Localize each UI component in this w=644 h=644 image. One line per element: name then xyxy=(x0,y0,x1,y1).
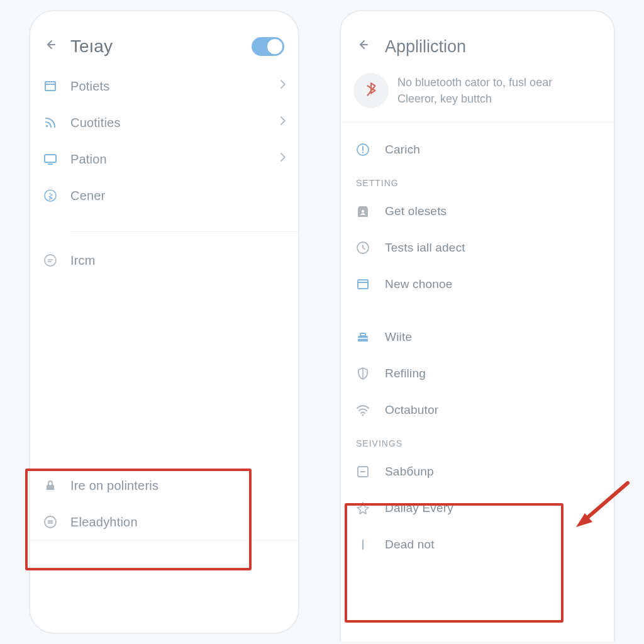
list-item-refiling[interactable]: Refiling xyxy=(341,355,614,392)
svg-point-16 xyxy=(362,210,364,213)
list-item-label: Wiite xyxy=(385,330,611,344)
compass-icon xyxy=(355,501,370,516)
list-item-label: Sabбunp xyxy=(385,465,611,479)
list-item-polinteris[interactable]: Ire on polinteris xyxy=(30,467,298,504)
list-item-carich[interactable]: Carich xyxy=(341,131,614,168)
chevron-right-icon xyxy=(270,77,296,96)
arrow-left-icon xyxy=(43,37,58,52)
phone-mock-left: Teıay Potiets Cuotities xyxy=(29,10,299,634)
list-item-label: Tests iall adect xyxy=(385,241,611,255)
bluetooth-banner: No bluetooth cator to, fusl oear Cleeror… xyxy=(341,68,614,122)
list-item-label: Get olesets xyxy=(385,204,611,218)
equal-ring-icon xyxy=(43,514,58,530)
list-item-label: Ire on polinteris xyxy=(70,479,296,493)
header-left: Teıay xyxy=(30,11,298,68)
chevron-right-icon xyxy=(270,150,296,169)
list-item-label: Refiling xyxy=(385,367,611,380)
svg-point-2 xyxy=(46,125,48,128)
list-item-get-olesets[interactable]: Get olesets xyxy=(341,193,614,230)
list-item-dead-not[interactable]: Dead not xyxy=(341,526,614,563)
back-button[interactable] xyxy=(341,37,385,56)
list-item-dallay-every[interactable]: Dallay Every xyxy=(341,490,614,526)
bluetooth-ring-icon xyxy=(43,188,58,203)
lock-icon xyxy=(43,478,58,493)
header-right: Appliliction xyxy=(341,11,614,68)
pass-ring-icon xyxy=(43,253,58,268)
list-item-ircm[interactable]: Ircm xyxy=(30,242,298,279)
list-item-label: New chonoe xyxy=(385,277,611,291)
svg-point-10 xyxy=(45,516,56,528)
bluetooth-icon xyxy=(353,73,389,108)
page-title: Appliliction xyxy=(385,37,466,57)
back-button[interactable] xyxy=(30,37,70,56)
svg-rect-18 xyxy=(358,280,368,289)
list-item-label: Dead not xyxy=(385,538,611,552)
rss-icon xyxy=(43,115,58,130)
minus-box-icon xyxy=(355,464,370,479)
list-item-label: Potiets xyxy=(70,79,270,94)
bluetooth-banner-text: No bluetooth cator to, fusl oear Cleeror… xyxy=(397,74,552,107)
chevron-right-icon xyxy=(270,113,296,132)
svg-rect-3 xyxy=(45,155,56,162)
svg-rect-0 xyxy=(45,82,55,91)
list-item-label: Cuotities xyxy=(70,116,270,130)
display-icon xyxy=(43,152,58,167)
vbar-icon xyxy=(355,537,370,552)
list-item-label: Dallay Every xyxy=(385,501,611,515)
list-item-label: Ircm xyxy=(70,253,296,268)
list-item-new-chonoe[interactable]: New chonoe xyxy=(341,266,614,303)
phone-mock-right: Appliliction No bluetooth cator to, fusl… xyxy=(340,10,615,641)
window-icon xyxy=(43,79,58,94)
list-item-cuotities[interactable]: Cuotities xyxy=(30,104,298,141)
alert-ring-icon xyxy=(355,142,370,157)
list-item-label: Pation xyxy=(70,152,270,167)
list-item-octabutor[interactable]: Octabutor xyxy=(341,392,614,428)
list-item-tests-iall[interactable]: Tests iall adect xyxy=(341,230,614,266)
list-item-eleadyhtion[interactable]: Eleadyhtion xyxy=(30,504,298,540)
list-item-label: Cener xyxy=(70,189,296,203)
list-item-potiets[interactable]: Potiets xyxy=(30,68,298,104)
list-item-pation[interactable]: Pation xyxy=(30,141,298,177)
arrow-left-icon xyxy=(355,37,370,52)
person-tag-icon xyxy=(355,204,370,219)
svg-rect-21 xyxy=(360,333,365,336)
list-item-cener[interactable]: Cener xyxy=(30,177,298,214)
svg-rect-9 xyxy=(47,485,54,490)
toolbox-icon xyxy=(355,330,370,345)
section-header-seivings: SEIVINGS xyxy=(341,428,614,453)
master-toggle[interactable] xyxy=(252,37,284,56)
list-item-label: Eleadyhtion xyxy=(70,515,296,530)
list-item-label: Carich xyxy=(385,143,611,157)
list-item-wiite[interactable]: Wiite xyxy=(341,319,614,355)
section-header-setting: SETTING xyxy=(341,168,614,193)
svg-point-24 xyxy=(362,414,364,416)
svg-point-15 xyxy=(362,152,364,153)
wifi-icon xyxy=(355,402,370,418)
window-icon xyxy=(355,277,370,292)
list-item-sabunp[interactable]: Sabбunp xyxy=(341,453,614,490)
svg-point-6 xyxy=(45,255,56,266)
list-item-label: Octabutor xyxy=(385,403,611,417)
shield-icon xyxy=(355,366,370,381)
page-title: Teıay xyxy=(70,36,252,57)
clock-ring-icon xyxy=(355,240,370,255)
